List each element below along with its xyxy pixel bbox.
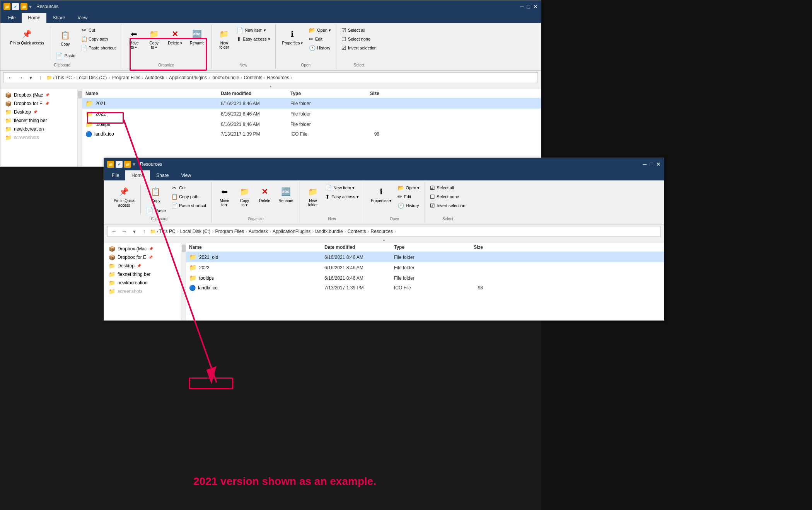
edit-btn-bottom[interactable]: ✏ Edit [396,192,421,201]
file-row-tooltips-bottom[interactable]: 📁 tooltips 6/16/2021 8:46 AM File folder [186,273,664,283]
minimize-btn-bottom[interactable]: ─ [643,161,647,167]
history-btn-top[interactable]: 🕐 History [307,44,333,52]
sidebar-item-dropbox-e-bottom[interactable]: 📦 Dropbox for E 📌 [104,253,181,262]
back-btn-top[interactable]: ← [6,73,15,82]
new-folder-btn-bottom[interactable]: 📁 Newfolder [303,184,322,209]
select-none-btn-bottom[interactable]: ☐ Select none [428,192,467,201]
sidebar-item-desktop[interactable]: 📁 Desktop 📌 [0,108,77,116]
select-none-btn-top[interactable]: ☐ Select none [339,35,379,43]
sidebar-item-screenshots[interactable]: 📁 screenshots [0,133,77,142]
scroll-thumb-bottom[interactable] [182,245,186,252]
window-controls: ─ □ ✕ [520,3,538,10]
tab-home-top[interactable]: Home [22,13,46,23]
pin-to-quick-access-btn[interactable]: 📌 Pin to Quick access [7,26,48,48]
new-item-btn-top[interactable]: 📄 New item ▾ [235,26,272,34]
maximize-btn-bottom[interactable]: □ [650,161,653,167]
tab-file-top[interactable]: File [2,13,22,23]
file-row-2022-top[interactable]: 📁 2022 6/16/2021 8:46 AM File folder [82,109,541,119]
tab-file-bottom[interactable]: File [106,170,125,180]
pin-btn-bottom[interactable]: 📌 Pin to Quickaccess [110,184,138,210]
sidebar-item-newkb-bottom[interactable]: 📁 newkbcreation [104,279,181,287]
copy-btn-top[interactable]: 📋 Copy [53,26,78,49]
scroll-thumb-top[interactable] [78,91,82,99]
copy-to-btn-top[interactable]: 📁 Copyto ▾ [144,26,164,51]
sidebar-item-dropbox-mac-bottom[interactable]: 📦 Dropbox (Mac 📌 [104,245,181,253]
copy-path-btn-bottom[interactable]: 📋 Copy path [169,192,208,201]
new-item-btn-bottom[interactable]: 📄 New item ▾ [323,184,361,192]
file-row-2021old-bottom[interactable]: 📁 2021_old 6/16/2021 8:46 AM File folder [186,252,664,262]
bottom-window: 📁 ✔ 📁 ▾ Resources ─ □ ✕ File Home Share … [104,158,664,321]
sidebar-scrollbar-bottom[interactable] [181,243,186,320]
forward-btn-bottom[interactable]: → [120,227,128,236]
properties-btn-bottom[interactable]: ℹ Properties ▾ [367,184,395,205]
tab-share-top[interactable]: Share [46,13,71,23]
up-btn-top[interactable]: ↑ [36,73,45,82]
back-btn-bottom[interactable]: ← [110,227,118,236]
new-buttons-bottom: 📁 Newfolder 📄 New item ▾ ⬆ Easy access ▾ [303,184,361,215]
move-to-btn-bottom[interactable]: ⬅ Moveto ▾ [215,184,234,209]
tab-home-bottom[interactable]: Home [125,170,150,180]
file-row-landfx-top[interactable]: 🔵 landfx.ico 7/13/2017 1:39 PM ICO File … [82,129,541,139]
sidebar-item-flexnet[interactable]: 📁 flexnet thing ber [0,116,77,125]
maximize-btn[interactable]: □ [527,3,530,10]
tab-view-top[interactable]: View [71,13,94,23]
delete-btn-top[interactable]: ✕ Delete ▾ [164,26,186,47]
copy-to-btn-bottom[interactable]: 📁 Copyto ▾ [235,184,254,209]
highlight-2021old-folder-bottom [189,377,233,389]
rename-btn-bottom[interactable]: 🔤 Rename [275,184,297,205]
file-row-2021-top[interactable]: 📁 2021 6/16/2021 8:46 AM File folder [82,98,541,109]
pin-icon-bottom: 📌 [118,185,130,198]
ribbon-top: 📌 Pin to Quick access 📋 Copy 📄 Paste [0,23,541,71]
rename-btn-top[interactable]: 🔤 Rename [186,26,208,47]
paste-btn-top[interactable]: 📄 Paste [53,50,78,61]
forward-btn-top[interactable]: → [16,73,25,82]
easy-access-btn-top[interactable]: ⬆ Easy access ▾ [235,35,272,43]
open-btn-bottom[interactable]: 📂 Open ▾ [396,184,421,192]
close-btn[interactable]: ✕ [533,3,538,10]
sidebar-scrollbar[interactable] [78,89,82,167]
up-btn-bottom[interactable]: ↑ [140,227,148,236]
file-row-2022-bottom[interactable]: 📁 2022 6/16/2021 8:46 AM File folder [186,262,664,273]
paste-icon-bottom: 📄 [146,207,154,214]
copy-paste-col: 📋 Copy 📄 Paste [53,26,78,61]
easy-access-btn-bottom[interactable]: ⬆ Easy access ▾ [323,192,361,201]
sidebar-item-desktop-bottom[interactable]: 📁 Desktop 📌 [104,262,181,270]
cut-btn-top[interactable]: ✂ Cut [79,26,118,34]
ribbon-tabs-top: File Home Share View [0,13,541,23]
open-btn-top[interactable]: 📂 Open ▾ [307,26,333,34]
recent-btn-bottom[interactable]: ▾ [130,227,138,236]
copy-path-btn-top[interactable]: 📋 Copy path [79,35,118,43]
sidebar-item-dropbox-mac[interactable]: 📦 Dropbox (Mac 📌 [0,91,77,99]
address-bar-top: ← → ▾ ↑ 📁 › This PC › Local Disk (C:) › … [3,72,538,83]
sidebar-item-screenshots-bottom[interactable]: 📁 screenshots [104,287,181,296]
invert-selection-btn-bottom[interactable]: ☑ Invert selection [428,201,467,210]
file-row-landfx-bottom[interactable]: 🔵 landfx.ico 7/13/2017 1:39 PM ICO File … [186,283,664,292]
history-btn-bottom[interactable]: 🕐 History [396,201,421,210]
paste-btn-bottom[interactable]: 📄 Paste [143,206,169,215]
copy-path-icon-bottom: 📋 [171,194,177,200]
recent-btn-top[interactable]: ▾ [26,73,35,82]
close-btn-bottom[interactable]: ✕ [656,161,661,167]
invert-selection-btn-top[interactable]: ☑ Invert selection [339,44,379,52]
sidebar-item-newkb[interactable]: 📁 newkbcreation [0,125,77,133]
sidebar-item-flexnet-bottom[interactable]: 📁 flexnet thing ber [104,270,181,279]
move-to-btn-top[interactable]: ⬅ Moveto ▾ [124,26,143,51]
file-row-tooltips-top[interactable]: 📁 tooltips 6/16/2021 8:46 AM File folder [82,119,541,129]
minimize-btn[interactable]: ─ [520,3,524,10]
tab-view-bottom[interactable]: View [175,170,197,180]
select-all-btn-top[interactable]: ☑ Select all [339,26,379,34]
folder-tooltips-icon-bottom: 📁 [189,274,197,282]
select-all-btn-bottom[interactable]: ☑ Select all [428,184,467,192]
open-buttons: ℹ Properties ▾ 📂 Open ▾ ✏ Edit 🕐 History [279,26,333,61]
tab-share-bottom[interactable]: Share [150,170,175,180]
paste-shortcut-btn-bottom[interactable]: 📄 Paste shortcut [169,201,208,210]
file-list-header-top: Name Date modified Type Size [82,89,541,98]
cut-btn-bottom[interactable]: ✂ Cut [169,184,208,192]
delete-btn-bottom[interactable]: ✕ Delete [255,184,274,205]
copy-btn-bottom[interactable]: 📋 Copy [143,184,169,205]
paste-shortcut-btn-top[interactable]: 📄 Paste shortcut [79,44,118,52]
sidebar-item-dropbox-e[interactable]: 📦 Dropbox for E 📌 [0,99,77,108]
properties-btn-top[interactable]: ℹ Properties ▾ [279,26,306,47]
new-folder-btn-top[interactable]: 📁 Newfolder [215,26,234,51]
edit-btn-top[interactable]: ✏ Edit [307,35,333,43]
